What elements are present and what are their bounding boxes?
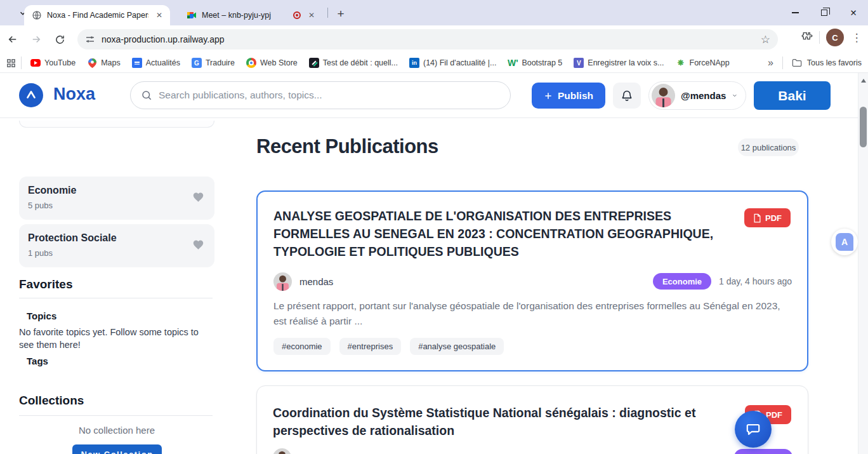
- globe-favicon-icon: [32, 10, 42, 20]
- topics-empty-text: No favorite topics yet. Follow some topi…: [19, 326, 206, 351]
- page-scrollbar[interactable]: [858, 73, 868, 454]
- bookmark-label: Web Store: [260, 58, 298, 67]
- publication-title[interactable]: Coordination du Système Statistique Nati…: [273, 404, 711, 439]
- tab-close-icon[interactable]: ✕: [154, 10, 165, 21]
- chat-fab-button[interactable]: [735, 411, 772, 448]
- publication-byline: mendas Economie 1 day, 4 hours ago: [273, 271, 792, 291]
- chat-bubble-icon: [745, 421, 761, 437]
- topic-card-economie[interactable]: Economie 5 pubs: [19, 177, 214, 220]
- user-menu[interactable]: @mendas: [648, 81, 746, 110]
- reload-button[interactable]: [49, 29, 70, 50]
- bookmark-traduire[interactable]: GTraduire: [192, 58, 235, 68]
- publication-byline: mendas Economie: [273, 447, 792, 454]
- bookmark-star-button[interactable]: ☆: [761, 33, 770, 46]
- bookmark-forcenapp[interactable]: ❋ForceNApp: [676, 58, 730, 68]
- site-search[interactable]: [130, 81, 511, 109]
- publication-time: 1 day, 4 hours ago: [719, 276, 792, 286]
- new-collection-button[interactable]: New Collection: [72, 444, 162, 454]
- tab-strip: Noxa - Find Academic Papers F ✕ Meet – k…: [0, 0, 868, 25]
- publication-card[interactable]: ANALYSE GEOSPATIALE DE L'ORGANISATION DE…: [256, 190, 808, 371]
- chevron-down-icon: [732, 92, 738, 99]
- divider: [782, 57, 783, 69]
- translate-page-button[interactable]: A: [831, 229, 858, 255]
- extensions-button[interactable]: [801, 30, 813, 44]
- tag-pill[interactable]: #analyse geospatiale: [410, 338, 504, 355]
- bookmark-test-debit[interactable]: Test de débit : quell...: [309, 58, 398, 68]
- pdf-label: PDF: [766, 410, 782, 420]
- bookmark-label: Enregistrer la voix s...: [588, 58, 664, 67]
- author-name[interactable]: mendas: [299, 452, 727, 454]
- back-button[interactable]: [2, 29, 23, 50]
- bookmark-bootstrap[interactable]: W'Bootstrap 5: [508, 58, 562, 68]
- publication-card[interactable]: Coordination du Système Statistique Nati…: [256, 385, 808, 454]
- minimize-icon: [792, 12, 799, 13]
- collections-empty-text: No collection here: [19, 425, 214, 436]
- browser-toolbar: noxa-production.up.railway.app ☆ C ⋮: [0, 25, 868, 53]
- folder-icon: [792, 58, 802, 67]
- tag-pill[interactable]: #entreprises: [339, 338, 402, 355]
- author-name[interactable]: mendas: [299, 276, 645, 287]
- linkedin-icon: in: [409, 58, 419, 68]
- bookmarks-bar: YouTube Maps Actualités GTraduire Web St…: [0, 53, 868, 73]
- bookmarks-overflow-button[interactable]: »: [768, 57, 773, 69]
- bookmark-linkedin[interactable]: in(14) Fil d'actualité |...: [409, 58, 496, 68]
- category-badge[interactable]: Economie: [734, 449, 792, 454]
- tab-noxa[interactable]: Noxa - Find Academic Papers F ✕: [24, 5, 170, 25]
- bookmark-webstore[interactable]: Web Store: [246, 58, 298, 68]
- document-icon: [753, 213, 761, 223]
- browser-window: Noxa - Find Academic Papers F ✕ Meet – k…: [0, 0, 868, 454]
- all-bookmarks-button[interactable]: Tous les favoris: [792, 58, 862, 67]
- heart-icon: [192, 192, 204, 203]
- restore-button[interactable]: [810, 0, 839, 25]
- translate-bookmark-icon: G: [192, 58, 202, 68]
- scrollbar-thumb[interactable]: [860, 107, 867, 147]
- pdf-button[interactable]: PDF: [744, 208, 791, 227]
- site-settings-icon: [85, 34, 95, 44]
- bookmark-youtube[interactable]: YouTube: [30, 58, 76, 67]
- bookmark-voice-recorder[interactable]: VEnregistrer la voix s...: [574, 58, 664, 68]
- tag-pill[interactable]: #economie: [273, 338, 331, 355]
- divider: [21, 57, 22, 69]
- forward-button[interactable]: [25, 29, 47, 50]
- bookmark-label: Actualités: [146, 58, 180, 67]
- baki-button[interactable]: Baki: [754, 81, 831, 110]
- divider: [819, 31, 820, 44]
- tab-meet[interactable]: Meet – knb-pyju-ypj ✕: [179, 5, 322, 25]
- favorite-heart-button[interactable]: [192, 192, 204, 204]
- forward-arrow-icon: [30, 34, 42, 45]
- notifications-button[interactable]: [613, 83, 641, 109]
- bookmark-label: Traduire: [206, 58, 235, 67]
- address-bar[interactable]: noxa-production.up.railway.app ☆: [77, 29, 778, 50]
- publish-button[interactable]: Publish: [532, 83, 605, 109]
- author-avatar: [273, 448, 291, 454]
- favorite-heart-button[interactable]: [192, 239, 204, 252]
- apps-button[interactable]: [6, 58, 16, 68]
- publication-title[interactable]: ANALYSE GEOSPATIALE DE L'ORGANISATION DE…: [273, 207, 729, 260]
- minimize-button[interactable]: [780, 0, 810, 25]
- heart-icon: [192, 239, 204, 250]
- category-badge[interactable]: Economie: [653, 273, 711, 290]
- browser-menu-button[interactable]: ⋮: [850, 31, 863, 44]
- browser-profile-button[interactable]: C: [826, 29, 844, 46]
- brand-name[interactable]: Noxa: [53, 84, 95, 104]
- bookmark-actualites[interactable]: Actualités: [132, 58, 180, 68]
- bookmark-label: YouTube: [44, 58, 76, 67]
- topic-card-protection-sociale[interactable]: Protection Sociale 1 pubs: [19, 224, 214, 267]
- tab-title: Noxa - Find Academic Papers F: [47, 11, 148, 20]
- bookmark-maps[interactable]: Maps: [87, 58, 121, 68]
- new-tab-button[interactable]: +: [332, 6, 349, 22]
- translate-icon: A: [836, 233, 853, 251]
- bookmark-label: Test de débit : quell...: [323, 58, 398, 67]
- scroll-up-arrow-icon[interactable]: [861, 79, 866, 83]
- page-title: Recent Publications: [256, 135, 438, 158]
- topics-subheading: Topics: [27, 310, 56, 321]
- apps-grid-icon: [6, 58, 16, 68]
- webstore-icon: [246, 58, 256, 68]
- search-input[interactable]: [159, 90, 500, 101]
- tab-close-icon[interactable]: ✕: [306, 10, 317, 21]
- noxa-logo-icon[interactable]: [19, 83, 43, 107]
- restore-icon: [821, 10, 827, 16]
- publish-label: Publish: [558, 90, 593, 102]
- close-button[interactable]: ✕: [839, 0, 868, 25]
- topic-name: Economie: [28, 185, 76, 196]
